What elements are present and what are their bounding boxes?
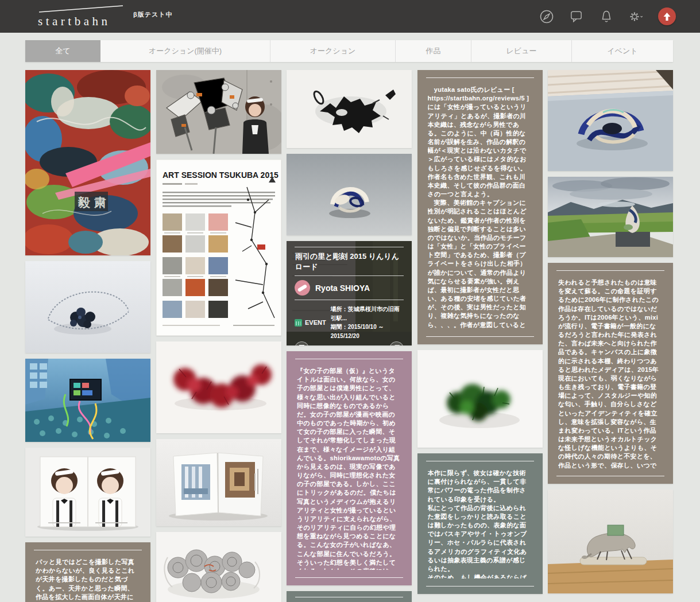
review-text: yutaka sato氏のレビュー [ https://startbahn.or…: [428, 86, 532, 329]
masonry-column-3: 雨引の里と彫刻 2015 りんりんロード Ryota SHIOYA EVENT: [287, 70, 412, 602]
tab-all[interactable]: 全て: [25, 40, 100, 62]
startbahn-feed-page: startbahn β版テスト中: [0, 0, 700, 602]
review-card-girls-room[interactable]: 『女の子の部屋（仮）』というタイトルは面白い。何故なら、女の子の部屋とは僕達男性…: [287, 351, 412, 585]
header-actions: [539, 7, 676, 25]
artwork-deer-sculpture-tile[interactable]: [548, 490, 673, 593]
event-badge-label: EVENT: [305, 319, 326, 326]
review-card-kawamoto[interactable]: yutaka sato氏のレビュー [ https://startbahn.or…: [417, 70, 543, 344]
masonry-column-2: ART SESSION TSUKUBA 2015: [156, 70, 281, 602]
artwork-robot-tile[interactable]: [156, 70, 281, 154]
svg-text:startbahn: startbahn: [38, 14, 110, 28]
divider: [556, 270, 664, 271]
review-text: パッと見ではどこを撮影した写真かわからないが、良く見るとこれが天井を撮影したもの…: [36, 558, 140, 602]
chat-icon[interactable]: [568, 9, 584, 24]
ink-sculpture-graphic: [287, 70, 412, 148]
divider: [426, 336, 534, 337]
metal-ribbon-graphic: [287, 154, 412, 235]
tab-reviews[interactable]: レビュー: [471, 40, 571, 62]
divider: [295, 359, 403, 359]
deer-sculpture-graphic: [548, 490, 673, 593]
artwork-metal-ribbon-tile[interactable]: [287, 154, 412, 235]
red-boa-graphic: [156, 341, 281, 433]
event-hover-overlay[interactable]: 雨引の里と彫刻 2015 りんりんロード Ryota SHIOYA EVENT: [287, 241, 412, 345]
blue-room-graphic: [25, 359, 150, 442]
field-sculpture-graphic: [548, 177, 673, 257]
divider: [426, 77, 534, 78]
artwork-stones-tile[interactable]: [156, 532, 281, 602]
stones-graphic: [156, 532, 281, 602]
event-title: 雨引の里と彫刻 2015 りんりんロード: [295, 251, 403, 271]
event-meta: 場所：茨城県桜川市の旧雨引駅... 期間：2015/10/10 ～ 2015/1…: [331, 305, 404, 340]
logo-graphic: startbahn: [36, 5, 126, 29]
review-card-it[interactable]: 失われると予想されたものは意味を変えて蘇る。この命題を証明するために2006年に…: [548, 263, 673, 484]
event-card-tile[interactable]: 雨引の里と彫刻 2015 りんりんロード Ryota SHIOYA EVENT: [287, 241, 412, 345]
calendar-icon: [295, 319, 302, 327]
compass-icon[interactable]: [539, 9, 554, 24]
masonry-column-4: yutaka sato氏のレビュー [ https://startbahn.or…: [417, 70, 543, 602]
masonry-column-5: 失われると予想されたものは意味を変えて蘇る。この命題を証明するために2006年に…: [548, 70, 673, 602]
maid-book-graphic: [25, 448, 150, 537]
robot-graphic: [156, 70, 281, 154]
app-header: startbahn β版テスト中: [0, 0, 700, 33]
event-type-badge: EVENT: [295, 319, 326, 327]
artwork-book-spread-tile[interactable]: [156, 439, 281, 526]
artwork-ink-sculpture-tile[interactable]: [287, 70, 412, 148]
divider: [295, 275, 404, 276]
masonry-grid: 毅粛: [25, 70, 673, 602]
tab-works[interactable]: 作品: [395, 40, 471, 62]
feed-filter-tabs: 全て オークション(開催中) オークション 作品 レビュー イベント: [25, 40, 673, 62]
divider: [426, 461, 534, 461]
svg-text:ART SESSION TSUKUBA 2015: ART SESSION TSUKUBA 2015: [163, 170, 279, 180]
duplicate-button[interactable]: [389, 341, 404, 345]
divider: [295, 247, 404, 247]
painting-graphic: 毅粛: [25, 70, 150, 255]
artwork-painting-tile[interactable]: 毅粛: [25, 70, 150, 255]
flyer-tsukuba-tile[interactable]: ART SESSION TSUKUBA 2015: [156, 160, 281, 336]
bell-icon[interactable]: [598, 9, 614, 24]
settings-icon[interactable]: [628, 9, 644, 24]
artwork-necklace-tile[interactable]: [25, 261, 150, 353]
artwork-green-feathers-tile[interactable]: [417, 350, 543, 448]
review-text: 本作に限らず、彼女は確かな技術に裏付けられながら、一貫して非常にパワーの篭った作…: [428, 469, 532, 578]
event-footer: 0: [295, 341, 404, 345]
tab-auction[interactable]: オークション: [270, 40, 395, 62]
artwork-red-boa-tile[interactable]: [156, 341, 281, 433]
book-spread-graphic: [156, 439, 281, 526]
flyer-graphic: ART SESSION TSUKUBA 2015: [156, 160, 281, 336]
masonry-column-1: 毅粛: [25, 70, 150, 602]
divider: [295, 577, 403, 578]
divider: [556, 476, 664, 476]
author-name: Ryota SHIOYA: [315, 283, 370, 293]
review-card-discovery[interactable]: 見るたびに発見があり、同時に謎: [287, 591, 412, 602]
avatar[interactable]: [295, 280, 310, 296]
blue-ceramic-graphic: [548, 70, 673, 171]
divider: [295, 300, 404, 300]
divider: [426, 586, 534, 587]
review-card-ceiling[interactable]: パッと見ではどこを撮影した写真かわからないが、良く見るとこれが天井を撮影したもの…: [25, 542, 150, 602]
review-card-power[interactable]: 本作に限らず、彼女は確かな技術に裏付けられながら、一貫して非常にパワーの篭った作…: [417, 453, 543, 594]
divider: [34, 550, 142, 550]
startbahn-logo[interactable]: startbahn: [36, 5, 126, 29]
review-text: 『女の子の部屋（仮）』というタイトルは面白い。何故なら、女の子の部屋とは僕達男性…: [297, 367, 401, 570]
event-period: 期間：2015/10/10 ～ 2015/12/20: [331, 323, 404, 340]
beta-label: β版テスト中: [133, 10, 173, 19]
artwork-blue-ceramic-tile[interactable]: [548, 70, 673, 171]
event-location: 場所：茨城県桜川市の旧雨引駅...: [331, 305, 404, 323]
svg-text:毅粛: 毅粛: [78, 196, 110, 209]
review-text: 失われると予想されたものは意味を変えて蘇る。この命題を証明するために2006年に…: [558, 278, 663, 468]
green-feathers-graphic: [417, 350, 543, 448]
artwork-field-sculpture-tile[interactable]: [548, 177, 673, 257]
event-author-row[interactable]: Ryota SHIOYA: [295, 280, 404, 296]
artwork-blue-room-tile[interactable]: [25, 359, 150, 442]
artwork-maid-book-tile[interactable]: [25, 448, 150, 537]
tab-events[interactable]: イベント: [571, 40, 673, 62]
event-info-row: EVENT 場所：茨城県桜川市の旧雨引駅... 期間：2015/10/10 ～ …: [295, 305, 404, 340]
necklace-graphic: [25, 261, 150, 353]
tab-auction-live[interactable]: オークション(開催中): [100, 40, 270, 62]
bookmark-button[interactable]: [295, 341, 309, 345]
bookmark-count: 0: [314, 344, 318, 345]
divider: [295, 597, 403, 597]
upload-icon[interactable]: [658, 7, 676, 25]
